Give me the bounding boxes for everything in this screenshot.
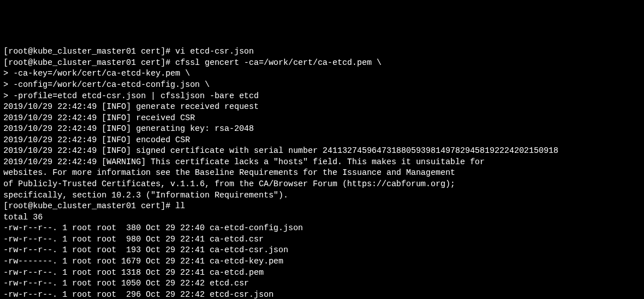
terminal-output: [root@kube_cluster_master01 cert]# vi et… bbox=[3, 46, 641, 299]
terminal-line: -rw-r--r--. 1 root root 296 Oct 29 22:42… bbox=[3, 289, 641, 299]
terminal-line: -rw-r--r--. 1 root root 1318 Oct 29 22:4… bbox=[3, 267, 641, 279]
terminal-line: -rw-r--r--. 1 root root 980 Oct 29 22:41… bbox=[3, 234, 641, 245]
terminal-line: [root@kube_cluster_master01 cert]# ll bbox=[3, 201, 641, 212]
terminal-line: > -profile=etcd etcd-csr.json | cfssljso… bbox=[3, 91, 641, 102]
terminal-line: of Publicly-Trusted Certificates, v.1.1.… bbox=[3, 179, 641, 190]
terminal-line: [root@kube_cluster_master01 cert]# vi et… bbox=[3, 46, 641, 58]
terminal-line: 2019/10/29 22:42:49 [INFO] encoded CSR bbox=[3, 135, 641, 146]
terminal-line: -rw-------. 1 root root 1679 Oct 29 22:4… bbox=[3, 256, 641, 267]
terminal-line: total 36 bbox=[3, 212, 641, 223]
terminal-line: -rw-r--r--. 1 root root 193 Oct 29 22:41… bbox=[3, 245, 641, 256]
terminal-line: specifically, section 10.2.3 ("Informati… bbox=[3, 190, 641, 201]
terminal-line: 2019/10/29 22:42:49 [INFO] signed certif… bbox=[3, 146, 641, 157]
terminal-line: 2019/10/29 22:42:49 [INFO] generate rece… bbox=[3, 102, 641, 113]
terminal-line: 2019/10/29 22:42:49 [INFO] generating ke… bbox=[3, 124, 641, 135]
terminal-line: > -config=/work/cert/ca-etcd-config.json… bbox=[3, 80, 641, 91]
terminal-line: websites. For more information see the B… bbox=[3, 168, 641, 179]
terminal-line: [root@kube_cluster_master01 cert]# cfssl… bbox=[3, 58, 641, 69]
terminal-line: > -ca-key=/work/cert/ca-etcd-key.pem \ bbox=[3, 68, 641, 80]
terminal-line: -rw-r--r--. 1 root root 380 Oct 29 22:40… bbox=[3, 223, 641, 234]
terminal-line: 2019/10/29 22:42:49 [WARNING] This certi… bbox=[3, 157, 641, 168]
terminal-line: 2019/10/29 22:42:49 [INFO] received CSR bbox=[3, 113, 641, 124]
terminal-line: -rw-r--r--. 1 root root 1050 Oct 29 22:4… bbox=[3, 278, 641, 289]
